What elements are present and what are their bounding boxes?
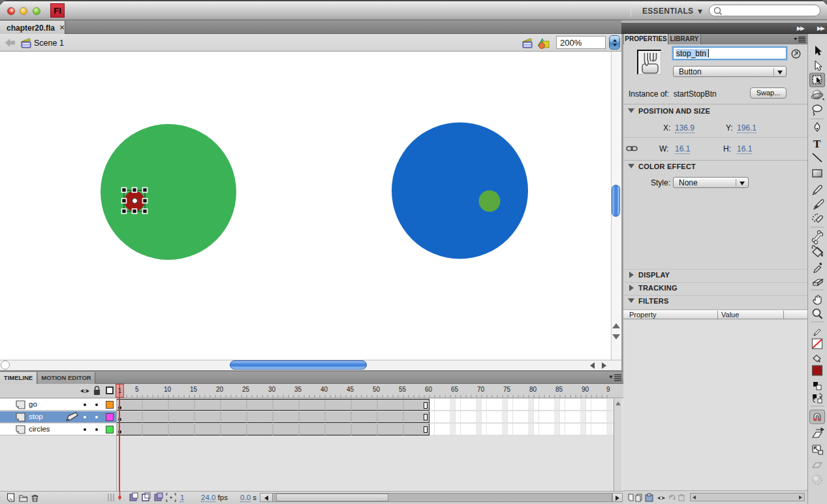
svg-text:T: T [813, 138, 821, 150]
